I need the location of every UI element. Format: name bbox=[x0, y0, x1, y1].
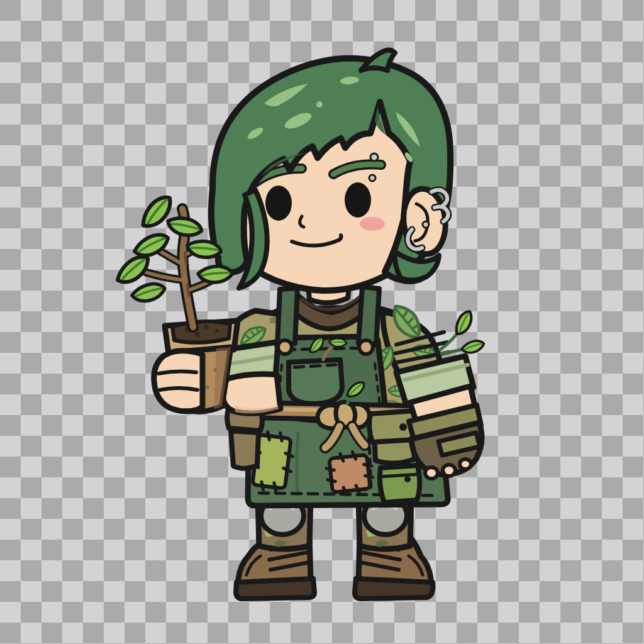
fingertip bbox=[443, 465, 455, 476]
character-illustration bbox=[0, 0, 644, 644]
apron-button-left bbox=[278, 340, 292, 354]
arm-sprig-leaf bbox=[461, 340, 485, 354]
eyebrow-piercing-stud-bottom bbox=[369, 175, 375, 181]
green-pouch-button bbox=[404, 476, 411, 482]
pot-soil bbox=[172, 321, 230, 343]
apron-strap-left bbox=[277, 288, 297, 345]
left-eye bbox=[265, 186, 292, 221]
left-hand-gripping-pot bbox=[154, 351, 203, 411]
head bbox=[211, 50, 450, 291]
brown-patch bbox=[325, 450, 375, 496]
eyebrow-piercing-stud-top bbox=[370, 153, 378, 161]
pot-speckle bbox=[213, 368, 217, 372]
right-eye bbox=[345, 182, 371, 218]
sapling-leaf bbox=[131, 283, 166, 302]
hair-highlight-dot bbox=[316, 101, 323, 108]
green-pouch-body bbox=[380, 465, 419, 502]
cheek-blush bbox=[360, 217, 385, 231]
fingertip bbox=[460, 459, 471, 469]
soil-clump bbox=[215, 329, 219, 333]
left-pouch-body bbox=[231, 431, 258, 469]
legs-and-boots bbox=[236, 497, 433, 599]
arm-sprig-leaf bbox=[451, 309, 477, 337]
transparency-checkerboard-background bbox=[0, 0, 644, 644]
brown-patch-cloth bbox=[329, 455, 370, 492]
character bbox=[113, 50, 485, 599]
ear-stud bbox=[423, 221, 429, 228]
soil-clump bbox=[204, 325, 209, 330]
apron-strap-right bbox=[358, 287, 379, 345]
right-pouch-button bbox=[399, 423, 407, 431]
left-boot-sole bbox=[236, 579, 314, 599]
pot-speckle bbox=[206, 386, 209, 389]
fingertip bbox=[425, 467, 438, 479]
apron-button-right bbox=[359, 340, 373, 354]
right-boot-sole bbox=[355, 579, 433, 599]
soil-clump bbox=[195, 332, 200, 337]
